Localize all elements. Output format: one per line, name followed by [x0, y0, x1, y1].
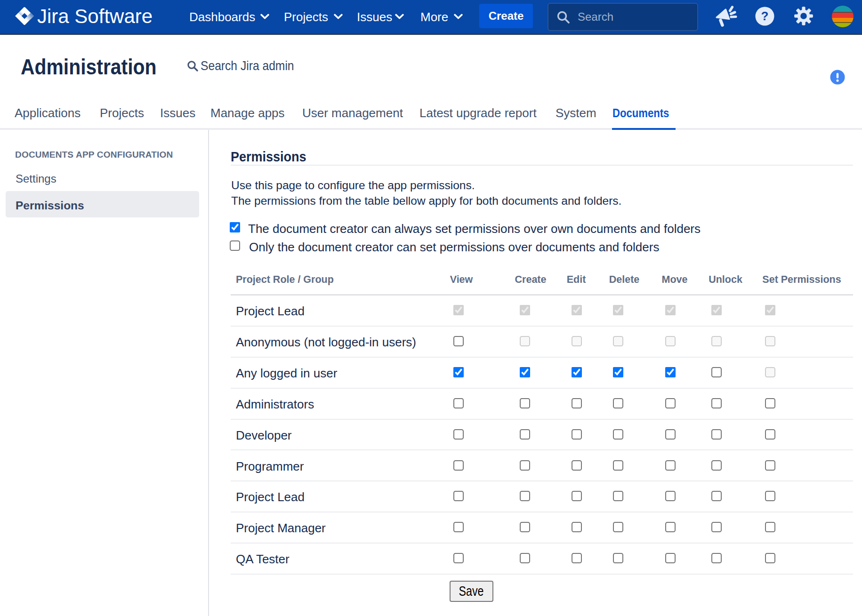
- svg-text:?: ?: [761, 9, 769, 23]
